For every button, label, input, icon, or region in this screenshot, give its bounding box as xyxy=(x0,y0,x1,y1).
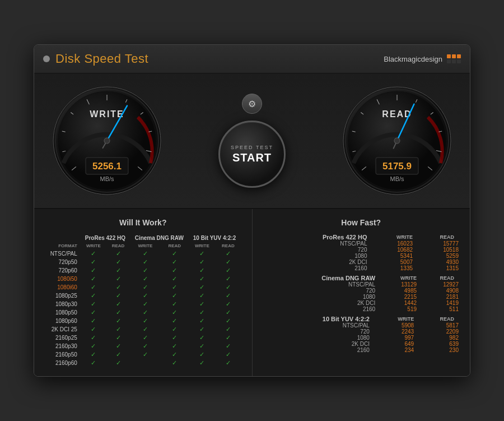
wiw-check-cell: ✓ xyxy=(161,283,189,292)
checkmark-icon: ✓ xyxy=(143,275,148,282)
format-col-header xyxy=(45,234,81,242)
wiw-check-cell: ✓ xyxy=(81,283,106,292)
wiw-row-label: 1080p25 xyxy=(45,292,81,300)
wiw-check-cell: ✓ xyxy=(106,308,130,317)
wiw-row-label: 1080p60 xyxy=(45,317,81,325)
checkmark-icon: ✓ xyxy=(91,292,96,299)
wiw-check-cell: ✓ xyxy=(189,317,216,325)
brand-dot-3 xyxy=(457,54,461,58)
wiw-check-cell: ✓ xyxy=(130,350,161,359)
wiw-check-cell: ✓ xyxy=(189,300,216,308)
wiw-check-cell: ✓ xyxy=(216,292,240,300)
hf-read-value: 230 xyxy=(418,347,459,353)
checkmark-icon: ✓ xyxy=(172,275,177,282)
wiw-check-cell: ✓ xyxy=(130,300,161,308)
checkmark-icon: ✓ xyxy=(226,326,231,332)
hf-read-value: 4930 xyxy=(417,259,459,265)
checkmark-icon: ✓ xyxy=(116,292,121,299)
wiw-check-cell: ✓ xyxy=(161,258,189,266)
how-fast-row: 2160 519 511 xyxy=(264,306,459,312)
hf-read-value: 4908 xyxy=(421,288,459,294)
checkmark-icon: ✓ xyxy=(116,300,121,307)
checkmark-icon: ✓ xyxy=(91,317,96,324)
wiw-check-cell: ✓ xyxy=(130,334,161,342)
checkmark-icon: ✓ xyxy=(116,326,121,332)
checkmark-icon: ✓ xyxy=(143,326,148,332)
hf-read-value: 1315 xyxy=(417,265,459,271)
wiw-check-cell: ✓ xyxy=(130,308,161,317)
checkmark-icon: ✓ xyxy=(226,292,231,299)
start-button[interactable]: SPEED TEST START xyxy=(218,121,286,188)
format-label: FORMAT xyxy=(45,242,81,249)
brand-dot-1 xyxy=(447,54,451,58)
checkmark-icon: ✓ xyxy=(172,258,177,265)
checkmark-icon: ✓ xyxy=(199,250,204,257)
checkmark-icon: ✓ xyxy=(91,334,96,341)
wiw-check-cell: ✓ xyxy=(216,334,240,342)
checkmark-icon: ✓ xyxy=(226,284,231,290)
wiw-check-cell: ✓ xyxy=(106,350,130,359)
hf-write-value: 1442 xyxy=(380,300,421,306)
will-it-work-title: Will It Work? xyxy=(45,218,241,227)
wiw-check-cell: ✓ xyxy=(106,342,130,350)
hf-read-value: 511 xyxy=(421,306,459,312)
brand-dot-4 xyxy=(447,59,451,63)
how-fast-row: 2160 1335 1315 xyxy=(264,265,459,271)
prores-read-header: READ xyxy=(106,242,130,249)
checkmark-icon: ✓ xyxy=(226,351,231,358)
wiw-check-cell: ✓ xyxy=(189,275,216,283)
how-fast-row: 720 2243 2209 xyxy=(264,329,459,335)
settings-button[interactable]: ⚙ xyxy=(242,94,262,114)
prores-write-header: WRITE xyxy=(81,242,106,249)
cinema-write-header: WRITE xyxy=(130,242,161,249)
how-fast-row: 2K DCI 5007 4930 xyxy=(264,259,459,265)
brand-dot-6 xyxy=(457,59,461,63)
checkmark-icon: ✓ xyxy=(143,284,148,290)
hf-row-label: 720 xyxy=(264,247,372,253)
write-col-label: WRITE xyxy=(371,234,417,240)
hf-row-label: 2K DCI xyxy=(264,300,380,306)
wiw-check-cell: ✓ xyxy=(161,350,189,359)
how-fast-row: NTSC/PAL 16023 15777 xyxy=(264,240,459,247)
checkmark-icon: ✓ xyxy=(143,267,148,274)
wiw-check-cell: ✓ xyxy=(216,275,240,283)
svg-text:5256.1: 5256.1 xyxy=(92,161,122,172)
hf-read-value: 15777 xyxy=(417,240,459,247)
checkmark-icon: ✓ xyxy=(199,359,204,366)
wiw-check-cell: ✓ xyxy=(130,317,161,325)
how-fast-group: ProRes 422 HQWRITEREAD NTSC/PAL 16023 15… xyxy=(264,234,459,271)
wiw-check-cell: ✓ xyxy=(106,249,130,258)
checkmark-icon: ✓ xyxy=(226,317,231,324)
wiw-row-label: 1080p30 xyxy=(45,300,81,308)
wiw-check-cell: ✓ xyxy=(81,292,106,300)
checkmark-icon: ✓ xyxy=(226,267,231,274)
read-gauge: READ 5175.9 MB/s xyxy=(341,85,453,197)
checkmark-icon: ✓ xyxy=(143,309,148,316)
hf-read-value: 639 xyxy=(418,341,459,347)
brand-name: Blackmagicdesign xyxy=(384,55,442,63)
hf-row-label: 1080 xyxy=(264,253,372,259)
checkmark-icon: ✓ xyxy=(91,284,96,290)
checkmark-icon: ✓ xyxy=(143,317,148,324)
hf-write-value: 5007 xyxy=(371,259,417,265)
wiw-check-cell: ✓ xyxy=(189,350,216,359)
how-fast-row: 1080 5341 5259 xyxy=(264,253,459,259)
cinema-header: Cinema DNG RAW xyxy=(130,234,189,242)
write-gauge-container: WRITE 5256.1 MB/s xyxy=(51,85,163,197)
wiw-row-label: 1080i60 xyxy=(45,283,81,292)
how-fast-content: ProRes 422 HQWRITEREAD NTSC/PAL 16023 15… xyxy=(264,234,459,353)
checkmark-icon: ✓ xyxy=(226,250,231,257)
brand: Blackmagicdesign xyxy=(384,54,461,63)
close-button[interactable] xyxy=(43,55,50,62)
how-fast-row: 720 4985 4908 xyxy=(264,288,459,294)
hf-row-label: 2K DCI xyxy=(264,259,372,265)
hf-write-value: 234 xyxy=(374,347,418,353)
prores-header: ProRes 422 HQ xyxy=(81,234,130,242)
checkmark-icon: ✓ xyxy=(143,292,148,299)
wiw-check-cell: ✓ xyxy=(106,292,130,300)
how-fast-row: 2K DCI 1442 1419 xyxy=(264,300,459,306)
wiw-check-cell: ✓ xyxy=(189,308,216,317)
svg-text:MB/s: MB/s xyxy=(100,175,114,182)
checkmark-icon: ✓ xyxy=(226,309,231,316)
checkmark-icon: ✓ xyxy=(116,334,121,341)
